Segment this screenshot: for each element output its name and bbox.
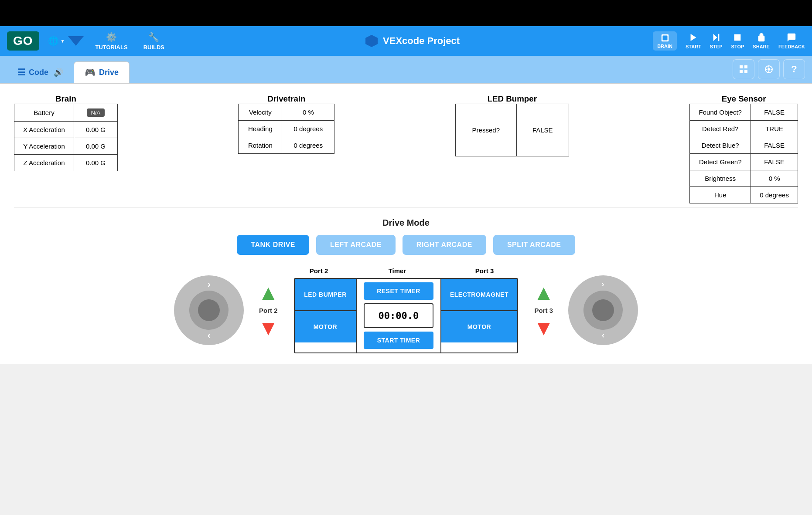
code-icon: ☰ xyxy=(17,67,25,78)
svg-rect-4 xyxy=(718,34,720,41)
grid-tool-button[interactable] xyxy=(733,59,754,79)
timer-col-label: Timer xyxy=(362,267,432,274)
tab-drive[interactable]: 🎮 Drive xyxy=(74,61,130,83)
detect-red-label: Detect Red? xyxy=(690,121,751,137)
table-row: Pressed? FALSE xyxy=(455,104,569,156)
table-row: Detect Red? TRUE xyxy=(690,121,798,137)
brain-label: BRAIN xyxy=(657,44,672,49)
svg-rect-1 xyxy=(662,36,667,41)
left-arcade-button[interactable]: LEFT ARCADE xyxy=(316,235,396,255)
help-tool-button[interactable]: ? xyxy=(783,59,805,79)
led-bumper-panel: LED Bumper Pressed? FALSE xyxy=(455,94,569,203)
detect-blue-label: Detect Blue? xyxy=(690,137,751,154)
svg-rect-5 xyxy=(734,34,741,41)
motor-button-3[interactable]: MOTOR xyxy=(441,311,517,342)
drivetrain-title: Drivetrain xyxy=(267,94,305,104)
table-row: Z Acceleration 0.00 G xyxy=(14,155,118,171)
header-right: BRAIN START STEP STOP SHARE FEEDBACK xyxy=(653,31,805,51)
svg-rect-6 xyxy=(740,65,743,68)
split-arcade-button[interactable]: SPLIT ARCADE xyxy=(493,235,575,255)
table-row: Battery N/A xyxy=(14,104,118,122)
help-icon: ? xyxy=(791,64,797,75)
table-row: Rotation 0 degrees xyxy=(239,137,334,154)
start-timer-button[interactable]: START TIMER xyxy=(364,332,433,349)
table-row: Detect Blue? FALSE xyxy=(690,137,798,154)
battery-value: N/A xyxy=(74,104,117,122)
electromagnet-button[interactable]: ELECTROMAGNET xyxy=(441,279,517,311)
pressed-value: FALSE xyxy=(516,104,569,156)
drive-mode-buttons: TANK DRIVE LEFT ARCADE RIGHT ARCADE SPLI… xyxy=(237,235,575,255)
step-button[interactable]: STEP xyxy=(710,33,723,49)
right-joystick-inner xyxy=(583,291,623,330)
timer-display: 00:00.0 xyxy=(364,303,433,328)
velocity-value: 0 % xyxy=(282,104,334,121)
found-object-value: FALSE xyxy=(751,104,798,121)
port2-up-arrow[interactable]: ▲ xyxy=(258,282,279,303)
brightness-label: Brightness xyxy=(690,170,751,187)
table-row: Y Acceleration 0.00 G xyxy=(14,138,118,155)
stop-button[interactable]: STOP xyxy=(731,33,744,49)
port2-buttons-col: LED BUMPER MOTOR xyxy=(295,279,357,352)
wheel-tool-button[interactable] xyxy=(758,59,780,79)
start-button[interactable]: START xyxy=(686,33,701,49)
svg-rect-9 xyxy=(744,70,747,73)
detect-green-label: Detect Green? xyxy=(690,154,751,170)
drivetrain-table: Velocity 0 % Heading 0 degrees Rotation … xyxy=(238,104,334,154)
z-accel-value: 0.00 G xyxy=(74,155,117,171)
velocity-label: Velocity xyxy=(239,104,282,121)
svg-marker-2 xyxy=(691,34,696,41)
tabs-bar: ☰ Code 🔊 🎮 Drive ? xyxy=(0,56,812,84)
svg-rect-7 xyxy=(744,65,747,68)
motor-button-2[interactable]: MOTOR xyxy=(295,311,356,342)
table-row: Detect Green? FALSE xyxy=(690,154,798,170)
table-row: X Acceleration 0.00 G xyxy=(14,122,118,138)
share-button[interactable]: SHARE xyxy=(753,33,770,49)
right-joystick-chevron-down: › xyxy=(602,332,604,341)
center-panel-wrapper: Port 2 Timer Port 3 LED BUMPER MOTOR RES… xyxy=(293,267,519,353)
builds-icon: 🔧 xyxy=(148,32,159,42)
led-bumper-button[interactable]: LED BUMPER xyxy=(295,279,356,311)
tutorials-label: TUTORIALS xyxy=(95,44,127,51)
table-row: Brightness 0 % xyxy=(690,170,798,187)
center-panel: LED BUMPER MOTOR RESET TIMER 00:00.0 STA… xyxy=(294,278,518,353)
eye-sensor-table: Found Object? FALSE Detect Red? TRUE Det… xyxy=(689,104,798,203)
battery-label: Battery xyxy=(14,104,74,122)
found-object-label: Found Object? xyxy=(690,104,751,121)
table-row: Velocity 0 % xyxy=(239,104,334,121)
top-black-bar xyxy=(0,0,812,26)
globe-button[interactable]: 🌐 ▼ xyxy=(48,36,65,46)
detect-blue-value: FALSE xyxy=(751,137,798,154)
drive-tab-label: Drive xyxy=(99,68,119,77)
led-bumper-title: LED Bumper xyxy=(488,94,537,104)
brain-button[interactable]: BRAIN xyxy=(653,31,677,51)
tank-drive-button[interactable]: TANK DRIVE xyxy=(237,235,309,255)
logo[interactable]: GO xyxy=(7,31,39,51)
brightness-value: 0 % xyxy=(751,170,798,187)
heading-label: Heading xyxy=(239,121,282,137)
header: GO 🌐 ▼ ⚙️ TUTORIALS 🔧 BUILDS VEXcode Pro… xyxy=(0,26,812,56)
port2-down-arrow[interactable]: ▼ xyxy=(258,318,279,339)
port3-down-arrow[interactable]: ▼ xyxy=(533,318,554,339)
tab-code[interactable]: ☰ Code 🔊 xyxy=(7,62,74,83)
right-arcade-button[interactable]: RIGHT ARCADE xyxy=(403,235,486,255)
y-accel-value: 0.00 G xyxy=(74,138,117,155)
divider xyxy=(14,207,798,207)
table-row: Found Object? FALSE xyxy=(690,104,798,121)
nav-builds[interactable]: 🔧 BUILDS xyxy=(136,26,172,56)
port3-label: Port 3 xyxy=(535,307,553,314)
port3-buttons-col: ELECTROMAGNET MOTOR xyxy=(441,279,517,352)
port3-section: ▲ Port 3 ▼ xyxy=(533,282,554,339)
table-row: Heading 0 degrees xyxy=(239,121,334,137)
port2-label: Port 2 xyxy=(259,307,278,314)
project-title: VEXcode Project xyxy=(383,35,460,47)
right-joystick[interactable]: › › xyxy=(568,275,638,345)
port3-up-arrow[interactable]: ▲ xyxy=(533,282,554,303)
main-content: Brain Battery N/A X Acceleration 0.00 G … xyxy=(0,84,812,364)
header-center: VEXcode Project xyxy=(172,35,653,47)
feedback-button[interactable]: FEEDBACK xyxy=(778,33,805,49)
left-joystick[interactable]: › ‹ › › xyxy=(174,275,244,345)
reset-timer-button[interactable]: RESET TIMER xyxy=(364,282,433,300)
controller-area: › ‹ › › ▲ Port 2 ▼ Port 2 Timer xyxy=(14,267,798,353)
nav-tutorials[interactable]: ⚙️ TUTORIALS xyxy=(87,26,135,56)
step-label: STEP xyxy=(710,44,723,49)
